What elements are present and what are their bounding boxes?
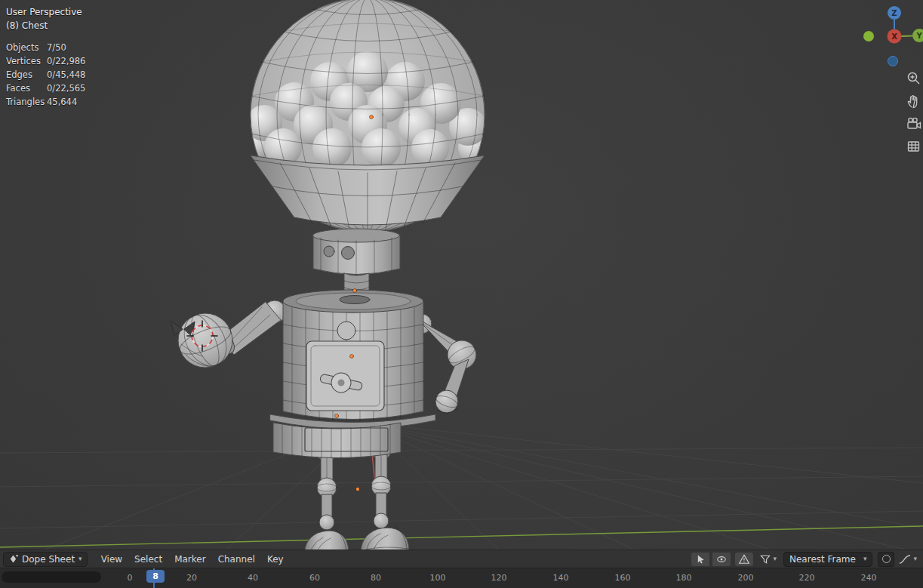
chevron-down-icon: ▾ <box>913 556 917 562</box>
menu-key[interactable]: Key <box>261 552 290 567</box>
filter-funnel-icon <box>758 553 772 565</box>
editor-type-label: Dope Sheet <box>22 554 75 565</box>
timeline-tick: 220 <box>799 568 815 588</box>
timeline-tick: 80 <box>371 568 381 588</box>
timeline-ruler[interactable]: 020406080100120140160180200220240 8 <box>0 568 923 588</box>
timeline-tick: 240 <box>861 568 877 588</box>
timeline-tick: 200 <box>738 568 754 588</box>
scene-3d[interactable] <box>0 0 923 550</box>
only-selected-toggle[interactable] <box>691 553 709 566</box>
neck-socket <box>340 296 370 304</box>
floor-grid <box>0 426 923 550</box>
gizmo-y-label: Y <box>915 32 922 40</box>
right-hand[interactable] <box>435 390 458 413</box>
proportional-circle-icon <box>882 555 891 563</box>
timeline-tick: 100 <box>430 568 446 588</box>
robot-model[interactable] <box>171 0 490 550</box>
menu-channel[interactable]: Channel <box>212 552 261 567</box>
toggle-ortho-icon[interactable] <box>903 136 923 155</box>
timeline-tick: 40 <box>248 568 258 588</box>
timeline-tick: 140 <box>553 568 569 588</box>
menubar: View Select Marker Channel Key <box>95 552 290 567</box>
gizmo-z-label: Z <box>891 9 897 17</box>
blender-window: User Perspective (8) Chest Objects7/50 V… <box>0 0 923 588</box>
gizmo-axis-y-neg[interactable] <box>863 31 874 42</box>
chevron-down-icon: ▾ <box>863 556 867 562</box>
axis-y-line <box>0 526 923 547</box>
timeline-tick: 0 <box>128 568 133 588</box>
menu-select[interactable]: Select <box>128 552 168 567</box>
timeline-ticks: 020406080100120140160180200220240 <box>0 568 923 588</box>
header-right-controls: ▾ Nearest Frame ▾ ▾ <box>691 552 918 567</box>
show-errors-toggle[interactable] <box>735 553 753 566</box>
proportional-edit-toggle[interactable] <box>878 552 894 567</box>
cursor-arrow-icon <box>694 553 707 565</box>
feet[interactable] <box>304 527 409 550</box>
pan-hand-icon[interactable] <box>903 91 923 110</box>
eye-icon <box>715 553 728 565</box>
menu-view[interactable]: View <box>95 552 128 567</box>
navigation-gizmo[interactable]: Z X Y <box>851 0 923 75</box>
timeline-tick: 180 <box>676 568 692 588</box>
falloff-curve-icon <box>898 553 912 566</box>
globe-collar[interactable] <box>251 155 485 230</box>
show-hidden-toggle[interactable] <box>712 553 731 566</box>
chevron-down-icon: ▾ <box>773 556 777 562</box>
collar-hole <box>342 247 355 260</box>
falloff-dropdown[interactable]: ▾ <box>897 553 918 566</box>
camera-view-icon[interactable] <box>903 113 923 133</box>
zoom-icon[interactable] <box>903 68 923 88</box>
dope-sheet-header: Dope Sheet ▾ View Select Marker Channel … <box>0 550 923 568</box>
timeline-tick: 60 <box>309 568 320 588</box>
timeline-tick: 120 <box>491 568 507 588</box>
snap-mode-select[interactable]: Nearest Frame ▾ <box>783 552 872 567</box>
body[interactable] <box>270 290 435 458</box>
neck-collar[interactable] <box>313 229 401 275</box>
snap-mode-label: Nearest Frame <box>789 554 856 565</box>
gizmo-x-label: X <box>891 32 897 41</box>
chevron-down-icon: ▾ <box>78 556 82 562</box>
timeline-tick: 160 <box>615 568 631 588</box>
editor-type-select[interactable]: Dope Sheet ▾ <box>3 552 88 567</box>
warning-icon <box>737 553 751 565</box>
viewport-3d[interactable]: User Perspective (8) Chest Objects7/50 V… <box>0 0 923 550</box>
legs[interactable] <box>317 450 391 530</box>
gizmo-axis-z-neg[interactable] <box>888 57 898 66</box>
timeline-tick: 20 <box>186 568 197 588</box>
dope-sheet-icon <box>8 554 18 564</box>
collar-hole <box>324 246 334 257</box>
menu-marker[interactable]: Marker <box>168 552 211 567</box>
viewport-toolbar <box>903 68 923 159</box>
filter-popover-button[interactable]: ▾ <box>758 553 777 565</box>
chest-button <box>337 322 355 340</box>
current-frame-badge[interactable]: 8 <box>146 570 165 583</box>
